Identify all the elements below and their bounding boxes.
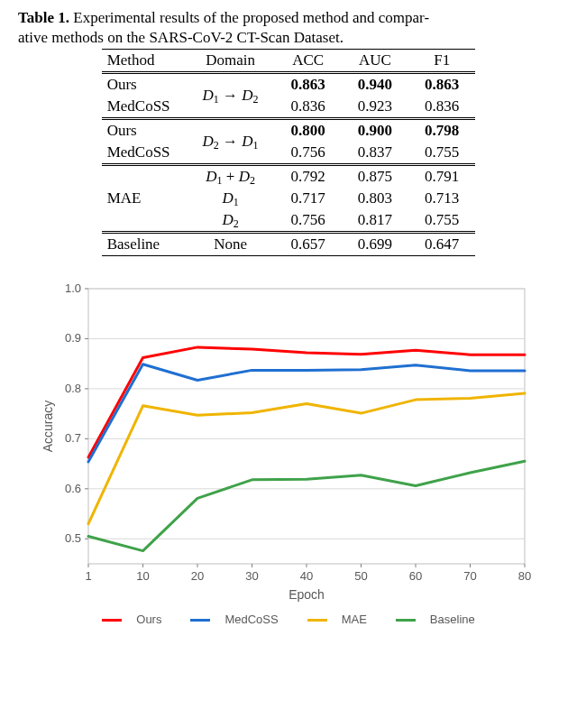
cell-method: MedCoSS bbox=[102, 142, 187, 165]
legend-item: MAE bbox=[300, 613, 374, 626]
results-table: Method Domain ACC AUC F1 Ours D1 → D2 0.… bbox=[102, 49, 476, 256]
cell-acc: 0.717 bbox=[275, 188, 342, 209]
legend-key bbox=[396, 619, 416, 622]
svg-text:Accuracy: Accuracy bbox=[41, 401, 55, 453]
svg-text:80: 80 bbox=[518, 569, 531, 583]
svg-text:Epoch: Epoch bbox=[288, 587, 325, 602]
cell-domain: D2 bbox=[187, 209, 275, 233]
col-f1: F1 bbox=[408, 50, 475, 73]
cell-method: MAE bbox=[102, 165, 187, 233]
cell-domain: D1 bbox=[187, 188, 275, 209]
svg-text:1: 1 bbox=[85, 569, 91, 583]
legend-item: Ours bbox=[95, 613, 169, 626]
legend-key bbox=[102, 619, 122, 622]
legend-label: MedCoSS bbox=[224, 613, 278, 626]
table-row: Baseline None 0.657 0.699 0.647 bbox=[102, 233, 476, 256]
table-row: MedCoSS 0.836 0.923 0.836 bbox=[102, 96, 476, 119]
col-acc: ACC bbox=[275, 50, 342, 73]
legend-key bbox=[190, 619, 210, 622]
table-row: MAE D1 + D2 0.792 0.875 0.791 bbox=[102, 165, 476, 189]
cell-acc: 0.800 bbox=[275, 119, 342, 143]
svg-text:70: 70 bbox=[463, 569, 476, 583]
cell-method: Ours bbox=[102, 73, 187, 97]
cell-acc: 0.836 bbox=[275, 96, 342, 119]
svg-rect-0 bbox=[88, 289, 525, 564]
table-header-row: Method Domain ACC AUC F1 bbox=[102, 50, 476, 73]
table-label: Table 1. bbox=[18, 9, 69, 26]
table-row: MedCoSS 0.756 0.837 0.755 bbox=[102, 142, 476, 165]
legend-label: MAE bbox=[342, 613, 367, 626]
cell-acc: 0.756 bbox=[275, 142, 342, 165]
cell-method: Ours bbox=[102, 119, 187, 143]
cell-auc: 0.900 bbox=[342, 119, 408, 143]
cell-f1: 0.647 bbox=[408, 233, 475, 256]
svg-text:1.0: 1.0 bbox=[65, 281, 81, 295]
svg-text:30: 30 bbox=[245, 569, 258, 583]
table-row: Ours D2 → D1 0.800 0.900 0.798 bbox=[102, 119, 476, 143]
cell-f1: 0.836 bbox=[408, 96, 475, 119]
table-caption-line2: ative methods on the SARS-CoV-2 CT-Scan … bbox=[18, 29, 559, 47]
cell-f1: 0.863 bbox=[408, 73, 475, 97]
svg-text:60: 60 bbox=[409, 569, 422, 583]
cell-acc: 0.792 bbox=[275, 165, 342, 189]
legend-item: Baseline bbox=[389, 613, 482, 626]
cell-auc: 0.940 bbox=[342, 73, 408, 97]
cell-method: Baseline bbox=[102, 233, 187, 256]
col-method: Method bbox=[102, 50, 187, 73]
legend-label: Ours bbox=[136, 613, 161, 626]
caption-text-a: Experimental results of the proposed met… bbox=[69, 9, 429, 26]
cell-f1: 0.798 bbox=[408, 119, 475, 143]
table-row: Ours D1 → D2 0.863 0.940 0.863 bbox=[102, 73, 476, 97]
legend-item: MedCoSS bbox=[183, 613, 285, 626]
col-auc: AUC bbox=[342, 50, 408, 73]
legend-label: Baseline bbox=[430, 613, 475, 626]
svg-text:10: 10 bbox=[136, 569, 149, 583]
cell-auc: 0.803 bbox=[342, 188, 408, 209]
svg-text:40: 40 bbox=[300, 569, 313, 583]
svg-text:50: 50 bbox=[354, 569, 367, 583]
cell-f1: 0.755 bbox=[408, 142, 475, 165]
cell-domain: D1 → D2 bbox=[187, 73, 275, 119]
cell-auc: 0.699 bbox=[342, 233, 408, 256]
cell-acc: 0.657 bbox=[275, 233, 342, 256]
accuracy-chart: 0.50.60.70.80.91.011020304050607080Epoch… bbox=[36, 271, 541, 626]
svg-text:20: 20 bbox=[191, 569, 204, 583]
cell-auc: 0.837 bbox=[342, 142, 408, 165]
cell-domain: D1 + D2 bbox=[187, 165, 275, 189]
svg-text:0.8: 0.8 bbox=[65, 382, 81, 395]
cell-acc: 0.863 bbox=[275, 73, 342, 97]
col-domain: Domain bbox=[187, 50, 275, 73]
svg-text:0.5: 0.5 bbox=[65, 531, 81, 545]
legend-key bbox=[307, 619, 327, 622]
cell-auc: 0.875 bbox=[342, 165, 408, 189]
svg-text:0.6: 0.6 bbox=[65, 482, 81, 495]
chart-legend: OursMedCoSSMAEBaseline bbox=[36, 613, 541, 626]
svg-text:0.7: 0.7 bbox=[65, 431, 81, 445]
cell-f1: 0.755 bbox=[408, 209, 475, 233]
cell-f1: 0.713 bbox=[408, 188, 475, 209]
cell-method: MedCoSS bbox=[102, 96, 187, 119]
cell-f1: 0.791 bbox=[408, 165, 475, 189]
chart-svg: 0.50.60.70.80.91.011020304050607080Epoch… bbox=[36, 271, 541, 604]
cell-domain: None bbox=[187, 233, 275, 256]
cell-auc: 0.923 bbox=[342, 96, 408, 119]
cell-acc: 0.756 bbox=[275, 209, 342, 233]
svg-text:0.9: 0.9 bbox=[65, 331, 81, 345]
cell-auc: 0.817 bbox=[342, 209, 408, 233]
table-caption: Table 1. Experimental results of the pro… bbox=[18, 9, 559, 27]
cell-domain: D2 → D1 bbox=[187, 119, 275, 165]
